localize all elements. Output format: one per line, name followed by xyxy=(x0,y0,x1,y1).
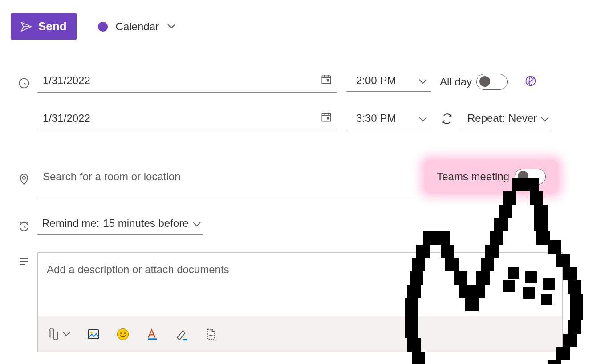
timezone-icon[interactable] xyxy=(524,75,537,89)
svg-point-11 xyxy=(120,332,122,334)
svg-rect-41 xyxy=(412,352,425,364)
end-date-value: 1/31/2022 xyxy=(43,112,90,125)
svg-point-9 xyxy=(90,332,93,334)
description-textarea[interactable]: Add a description or attach documents xyxy=(38,253,562,316)
reminder-select[interactable]: Remind me: 15 minutes before xyxy=(37,214,203,235)
end-time-value: 3:30 PM xyxy=(356,112,396,125)
teams-meeting-block: Teams meeting xyxy=(424,160,558,194)
send-button-label: Send xyxy=(38,20,67,33)
svg-point-6 xyxy=(23,176,26,179)
calendar-selector[interactable]: Calendar xyxy=(98,20,176,33)
svg-rect-5 xyxy=(327,117,329,119)
svg-rect-4 xyxy=(322,113,331,121)
calendar-color-dot xyxy=(98,22,108,32)
repeat-select[interactable]: Repeat: Never xyxy=(462,109,551,129)
toggle-knob xyxy=(518,171,528,182)
toggle-knob xyxy=(479,76,490,87)
chevron-down-icon xyxy=(418,74,427,87)
svg-rect-1 xyxy=(322,76,331,83)
send-icon xyxy=(20,21,32,32)
location-placeholder: Search for a room or location xyxy=(43,170,180,183)
calendar-icon xyxy=(321,73,332,88)
start-date-value: 1/31/2022 xyxy=(43,74,90,87)
chevron-down-icon xyxy=(418,112,427,125)
reminder-value: 15 minutes before xyxy=(103,217,188,230)
chevron-down-icon xyxy=(192,217,201,230)
svg-point-12 xyxy=(124,332,126,334)
repeat-value: Never xyxy=(508,112,537,125)
description-icon xyxy=(11,252,37,267)
insert-file-button[interactable] xyxy=(204,328,218,341)
reminder-icon xyxy=(11,217,37,232)
chevron-down-icon xyxy=(62,330,71,338)
start-date-input[interactable]: 1/31/2022 xyxy=(37,71,337,93)
svg-rect-51 xyxy=(548,360,561,364)
send-button[interactable]: Send xyxy=(11,13,77,40)
clock-icon xyxy=(11,74,37,89)
insert-picture-button[interactable] xyxy=(87,328,100,341)
description-box: Add a description or attach documents xyxy=(37,252,563,352)
font-format-button[interactable] xyxy=(146,328,159,341)
calendar-selector-label: Calendar xyxy=(116,20,159,33)
all-day-label: All day xyxy=(440,76,472,88)
chevron-down-icon xyxy=(167,23,176,31)
start-time-value: 2:00 PM xyxy=(356,74,396,87)
teams-meeting-label: Teams meeting xyxy=(437,170,509,183)
end-time-select[interactable]: 3:30 PM xyxy=(346,109,431,129)
reminder-label: Remind me: xyxy=(42,217,99,230)
svg-rect-2 xyxy=(327,79,329,81)
description-placeholder: Add a description or attach documents xyxy=(47,263,229,275)
location-input[interactable]: Search for a room or location Teams meet… xyxy=(37,157,563,198)
attach-button[interactable] xyxy=(47,328,71,341)
teams-meeting-toggle[interactable] xyxy=(515,169,546,185)
repeat-icon xyxy=(441,113,453,127)
end-date-input[interactable]: 1/31/2022 xyxy=(37,109,337,130)
svg-point-10 xyxy=(118,329,129,340)
all-day-toggle[interactable] xyxy=(476,74,508,90)
start-time-select[interactable]: 2:00 PM xyxy=(346,72,431,92)
location-icon xyxy=(11,170,37,186)
formatting-toolbar xyxy=(38,316,562,352)
emoji-button[interactable] xyxy=(116,328,130,341)
chevron-down-icon xyxy=(540,112,549,125)
repeat-label: Repeat: xyxy=(467,112,505,125)
ink-button[interactable] xyxy=(175,328,188,341)
calendar-icon xyxy=(321,111,332,125)
